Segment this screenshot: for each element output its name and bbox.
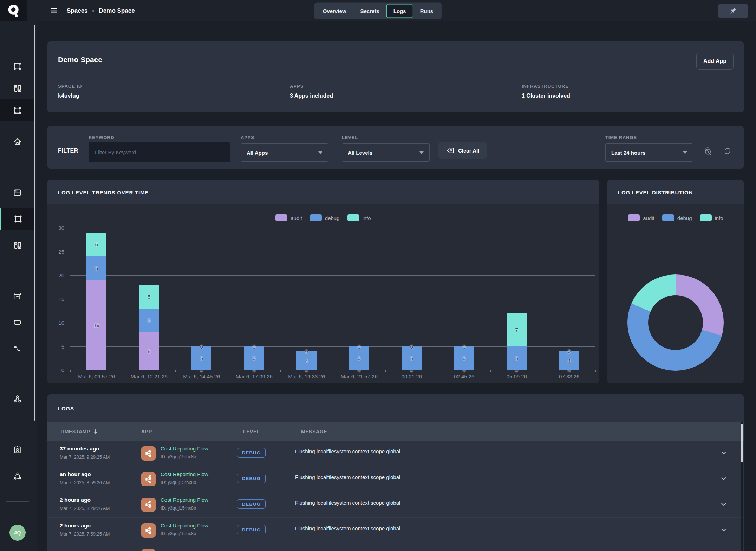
bar-value-label: 0 bbox=[463, 343, 465, 349]
clear-all-button[interactable]: Clear All bbox=[438, 142, 487, 159]
chevron-down-icon[interactable] bbox=[720, 500, 728, 510]
meta-apps: APPS3 Apps included bbox=[290, 84, 333, 99]
bar-value-label: 0 bbox=[568, 348, 571, 354]
distribution-chart-card: LOG LEVEL DISTRIBUTION auditdebuginfo bbox=[607, 180, 744, 383]
bar-value-label: 5 bbox=[253, 355, 255, 361]
legend-item-audit[interactable]: audit bbox=[628, 214, 654, 221]
legend-item-debug[interactable]: debug bbox=[662, 214, 692, 221]
legend-chip bbox=[662, 214, 674, 221]
level-select-value: All Levels bbox=[348, 150, 372, 156]
sidebar-item-frame[interactable] bbox=[0, 55, 34, 77]
app-flow-icon bbox=[141, 472, 156, 486]
log-time-relative: an hour ago bbox=[60, 471, 91, 478]
sidebar-item-frame[interactable] bbox=[0, 99, 34, 121]
sidebar-item-id-badge[interactable] bbox=[0, 439, 34, 460]
sidebar-scrollbar-thumb[interactable] bbox=[34, 25, 35, 421]
logs-scrollbar-thumb[interactable] bbox=[741, 424, 743, 462]
pin-button[interactable] bbox=[718, 4, 748, 18]
sidebar-item-archive[interactable] bbox=[0, 285, 34, 307]
team-icon bbox=[13, 471, 22, 481]
bar-value-label: 5 bbox=[410, 355, 413, 361]
x-axis-category-label: Mar 6, 21:57:26 bbox=[341, 374, 378, 380]
distribution-legend: auditdebuginfo bbox=[607, 214, 744, 221]
meta-label: SPACE ID bbox=[58, 84, 82, 89]
x-axis-tick bbox=[175, 370, 176, 372]
log-app-link[interactable]: Cost Reporting Flow bbox=[161, 471, 208, 477]
menu-icon[interactable] bbox=[50, 6, 58, 15]
log-time-relative: 37 minutes ago bbox=[60, 446, 99, 452]
add-app-button[interactable]: Add App bbox=[696, 53, 734, 70]
refresh-button[interactable] bbox=[721, 145, 734, 157]
breadcrumb-separator bbox=[92, 10, 94, 12]
legend-item-info[interactable]: info bbox=[700, 214, 723, 221]
sidebar-item-window[interactable] bbox=[0, 182, 34, 203]
tab-runs[interactable]: Runs bbox=[413, 4, 441, 18]
legend-label: audit bbox=[643, 215, 654, 221]
sidebar-item-blocks[interactable] bbox=[0, 234, 34, 256]
clear-all-label: Clear All bbox=[458, 148, 479, 154]
meta-space-id: SPACE IDk4uvlug bbox=[58, 84, 82, 99]
tab-logs[interactable]: Logs bbox=[386, 4, 413, 18]
bar-value-label: 5 bbox=[515, 355, 518, 361]
bar-value-label: 8 bbox=[148, 348, 150, 354]
user-avatar[interactable]: JQ bbox=[9, 525, 26, 541]
log-app-link[interactable]: Cost Reporting Flow bbox=[161, 523, 208, 529]
sidebar-item-team[interactable] bbox=[0, 465, 34, 487]
y-axis-tick-label: 30 bbox=[50, 225, 64, 231]
x-axis-category-label: Mar 6, 14:45:26 bbox=[183, 374, 220, 380]
filter-card: FILTER KEYWORD APPS All Apps LEVEL All L… bbox=[47, 126, 744, 169]
sidebar-item-home[interactable] bbox=[0, 131, 34, 153]
tab-secrets[interactable]: Secrets bbox=[353, 4, 386, 18]
sort-desc-icon bbox=[92, 429, 98, 435]
level-select[interactable]: All Levels bbox=[342, 143, 430, 162]
bar-value-label: 5 bbox=[463, 355, 465, 361]
x-axis-tick bbox=[385, 370, 386, 372]
log-row[interactable]: 37 minutes agoMar 7, 2025, 9:29:25 AMCos… bbox=[47, 441, 744, 466]
x-axis-category-label: Mar 6, 17:09:26 bbox=[236, 374, 273, 380]
sidebar-item-route[interactable] bbox=[0, 338, 34, 359]
y-axis-tick-label: 25 bbox=[50, 248, 64, 254]
x-axis-category-label: 05:09:26 bbox=[507, 374, 527, 380]
column-header-message: MESSAGE bbox=[301, 429, 327, 434]
sidebar-item-node[interactable] bbox=[0, 311, 34, 333]
chevron-down-icon[interactable] bbox=[720, 475, 728, 484]
frame-icon bbox=[13, 214, 23, 224]
apps-select[interactable]: All Apps bbox=[241, 143, 328, 162]
x-axis-tick bbox=[70, 370, 71, 372]
x-axis-category-label: 02:45:26 bbox=[454, 374, 474, 380]
log-level-badge: DEBUG bbox=[237, 448, 266, 458]
sidebar-item-blocks[interactable] bbox=[0, 77, 34, 99]
sidebar-item-network[interactable] bbox=[0, 388, 34, 410]
time-range-label: TIME RANGE bbox=[605, 135, 637, 140]
x-axis-tick bbox=[333, 370, 333, 372]
log-row[interactable]: 2 hours agoMar 7, 2025, 8:29:26 AMCost R… bbox=[47, 492, 744, 518]
column-header-timestamp[interactable]: TIMESTAMP bbox=[60, 429, 141, 435]
log-message: Flushing localfilesystem context scope g… bbox=[295, 500, 400, 506]
gridline bbox=[70, 275, 595, 276]
y-axis-tick-label: 5 bbox=[50, 343, 64, 349]
chevron-down-icon[interactable] bbox=[720, 526, 728, 535]
log-app-link[interactable]: Cost Reporting Flow bbox=[161, 446, 208, 452]
node-icon bbox=[13, 318, 22, 327]
log-app-link[interactable]: Cost Reporting Flow bbox=[161, 497, 208, 503]
log-row[interactable]: 2 hours agoMar 7, 2025, 7:59:25 AMCost R… bbox=[47, 518, 744, 543]
breadcrumb-spaces[interactable]: Spaces bbox=[67, 7, 88, 14]
x-axis-tick bbox=[228, 370, 228, 372]
tab-overview[interactable]: Overview bbox=[316, 4, 353, 18]
time-range-value: Last 24 hours bbox=[611, 150, 646, 156]
gridline bbox=[70, 252, 595, 252]
sidebar-divider bbox=[6, 501, 29, 502]
topbar: Spaces Demo Space OverviewSecretsLogsRun… bbox=[0, 0, 756, 21]
chevron-down-icon[interactable] bbox=[720, 449, 728, 458]
sidebar-item-frame-active[interactable] bbox=[0, 208, 34, 230]
time-range-select[interactable]: Last 24 hours bbox=[605, 143, 693, 162]
bar-value-label: 4 bbox=[305, 358, 308, 364]
timer-off-button[interactable] bbox=[702, 145, 714, 157]
distribution-chart-area: auditdebuginfo bbox=[607, 204, 744, 383]
keyword-input[interactable] bbox=[89, 142, 230, 162]
logo-q-icon bbox=[7, 4, 20, 18]
app-logo[interactable] bbox=[0, 0, 27, 21]
log-row[interactable]: an hour agoMar 7, 2025, 8:59:26 AMCost R… bbox=[47, 466, 744, 492]
y-axis-tick-label: 20 bbox=[50, 272, 64, 278]
log-row[interactable] bbox=[47, 543, 744, 551]
